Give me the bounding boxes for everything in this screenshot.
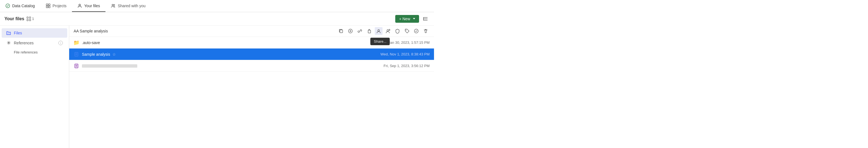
svg-point-20 [387,30,389,31]
list-view-button[interactable] [421,15,430,23]
sidebar-item-files-label: Files [14,31,22,35]
files-folder-icon [6,30,11,35]
permissions-button[interactable] [394,27,401,35]
svg-point-6 [112,4,114,5]
tag-icon [404,29,409,33]
sidebar-item-references[interactable]: ✳ References i [2,38,67,48]
file-list-area: AA Sample analysis [69,26,434,148]
page-title-badge: 1 [27,17,34,21]
share-tooltip: Share... [370,38,390,45]
navigate-icon [348,29,353,33]
share-user-icon [376,29,381,33]
file-date-sample-analysis: Wed, Nov 1, 2023, 8:38:43 PM [380,52,430,56]
svg-rect-8 [27,17,28,18]
your-files-icon [78,4,82,8]
file-name-redacted [82,64,383,68]
svg-rect-9 [29,17,31,18]
sidebar-item-references-label: References [14,41,34,45]
sidebar-item-file-references-label: File references [14,50,38,54]
share-button[interactable] [375,27,382,35]
page-title-text: Your files [4,17,24,21]
svg-point-21 [406,30,406,30]
check-circle-icon [414,29,419,33]
redacted-content [82,64,137,68]
file-row-sample-analysis[interactable]: Sample analysis ☆ Wed, Nov 1, 2023, 8:38… [69,49,434,60]
trash-icon [423,29,428,33]
shared-with-you-icon [111,4,116,8]
svg-rect-1 [46,4,48,5]
duplicate-icon [339,29,343,33]
new-button-label: + New [399,17,410,21]
header-actions: + New [395,15,430,23]
clipboard-icon [367,29,372,33]
folder-actions: Share... [337,27,430,35]
add-user-icon [385,29,391,33]
file-name-sample-analysis: Sample analysis ☆ [82,52,380,57]
svg-point-22 [414,29,418,33]
svg-rect-16 [340,30,343,33]
badge-count: 1 [32,17,34,21]
folder-header-name: AA Sample analysis [73,29,337,33]
svg-rect-11 [29,20,31,21]
svg-rect-3 [46,6,48,8]
file-icon-purple [73,63,79,69]
tab-your-files-label: Your files [84,4,100,8]
delete-button[interactable] [422,27,430,35]
link-icon [357,29,362,33]
sidebar: Files ✳ References i File references [0,26,69,148]
tab-shared-with-you[interactable]: Shared with you [105,0,151,12]
sidebar-item-files[interactable]: Files [2,28,67,38]
svg-rect-4 [49,6,50,8]
svg-rect-2 [49,4,50,5]
badge-grid-icon [27,17,31,21]
file-row-redacted[interactable]: Fri, Sep 1, 2023, 3:56:12 PM [69,60,434,72]
svg-point-19 [378,30,379,31]
copy-link-button[interactable] [356,27,364,35]
svg-point-7 [114,4,115,5]
folder-icon: 📁 [73,40,79,46]
svg-rect-23 [75,52,78,56]
main-content: Files ✳ References i File references AA … [0,26,434,148]
header-row: Your files 1 + New [0,12,434,26]
tag-button[interactable] [403,27,411,35]
navigate-button[interactable] [346,27,354,35]
file-icon-blue [73,52,79,57]
projects-icon [46,4,51,8]
references-info-icon[interactable]: i [58,41,63,45]
svg-rect-18 [368,30,371,33]
duplicate-button[interactable] [337,27,345,35]
tab-projects[interactable]: Projects [40,0,72,12]
sidebar-item-file-references[interactable]: File references [2,48,67,56]
new-button[interactable]: + New [395,15,419,23]
tab-projects-label: Projects [53,4,67,8]
references-asterisk-icon: ✳ [6,40,11,46]
copy-button[interactable] [365,27,373,35]
star-icon[interactable]: ☆ [113,52,116,57]
file-date-redacted: Fri, Sep 1, 2023, 3:56:12 PM [383,64,430,68]
validate-button[interactable] [412,27,420,35]
new-button-chevron-icon [413,18,415,20]
tab-data-catalog[interactable]: Data Catalog [0,0,40,12]
add-user-button[interactable] [384,27,392,35]
tab-bar: Data Catalog Projects Your files [0,0,434,12]
file-name-auto-save: .auto-save [82,40,379,45]
tab-your-files[interactable]: Your files [72,0,105,12]
tab-data-catalog-label: Data Catalog [12,4,35,8]
svg-rect-10 [27,20,28,21]
data-catalog-icon [5,4,10,8]
list-view-icon [423,17,428,21]
shield-icon [395,29,400,33]
tab-shared-with-you-label: Shared with you [118,4,145,8]
svg-point-5 [79,4,81,6]
page-title: Your files 1 [4,17,34,21]
svg-rect-27 [75,64,78,68]
folder-header-row: AA Sample analysis [69,26,434,37]
